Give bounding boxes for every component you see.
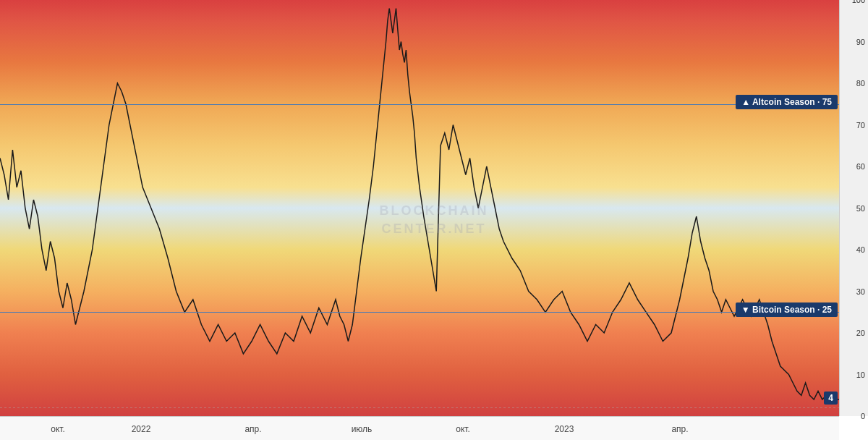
y-tick-100: 100 — [852, 0, 865, 4]
y-tick-10: 10 — [856, 371, 865, 379]
altcoin-season-line — [0, 104, 839, 105]
x-label-3: июль — [352, 424, 373, 434]
chart-svg — [0, 0, 839, 416]
y-tick-20: 20 — [856, 329, 865, 337]
y-tick-30: 30 — [856, 287, 865, 296]
y-tick-50: 50 — [856, 204, 865, 213]
bitcoin-season-label: ▼ Bitcoin Season · 25 — [736, 302, 838, 317]
bitcoin-season-line — [0, 312, 839, 313]
x-label-4: окт. — [456, 424, 470, 434]
y-tick-80: 80 — [856, 79, 865, 88]
altcoin-season-label: ▲ Altcoin Season · 75 — [736, 95, 838, 109]
x-label-5: 2023 — [555, 424, 574, 434]
y-tick-90: 90 — [856, 38, 865, 46]
x-label-2: апр. — [244, 424, 261, 434]
y-tick-70: 70 — [856, 121, 865, 130]
current-value-label: 4 — [824, 392, 838, 405]
x-label-0: окт. — [51, 424, 65, 434]
y-tick-60: 60 — [856, 162, 865, 171]
x-label-6: апр. — [671, 424, 688, 434]
x-label-1: 2022 — [132, 424, 151, 434]
chart-container: ▲ Altcoin Season · 75 ▼ Bitcoin Season ·… — [0, 0, 868, 440]
y-tick-40: 40 — [856, 245, 865, 254]
y-axis: 0102030405060708090100 — [839, 0, 868, 416]
x-axis: окт.2022апр.июльокт.2023апр. — [0, 416, 839, 440]
y-tick-0: 0 — [861, 412, 865, 420]
